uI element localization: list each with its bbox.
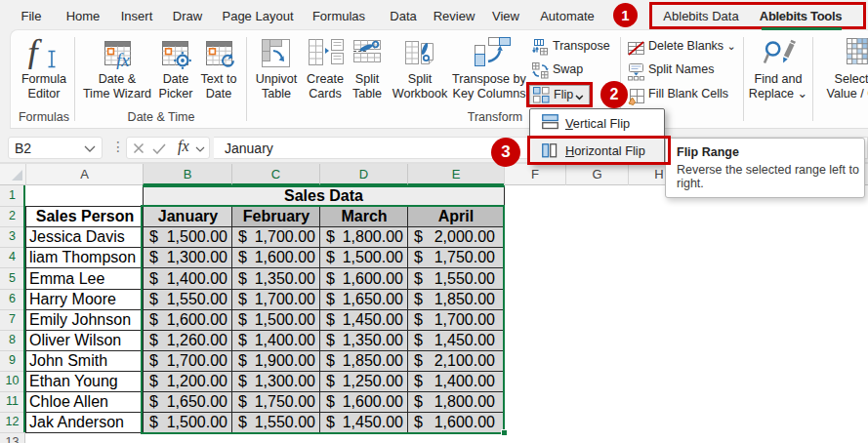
svg-text:f: f: [27, 37, 42, 69]
svg-text:fx: fx: [116, 50, 130, 69]
